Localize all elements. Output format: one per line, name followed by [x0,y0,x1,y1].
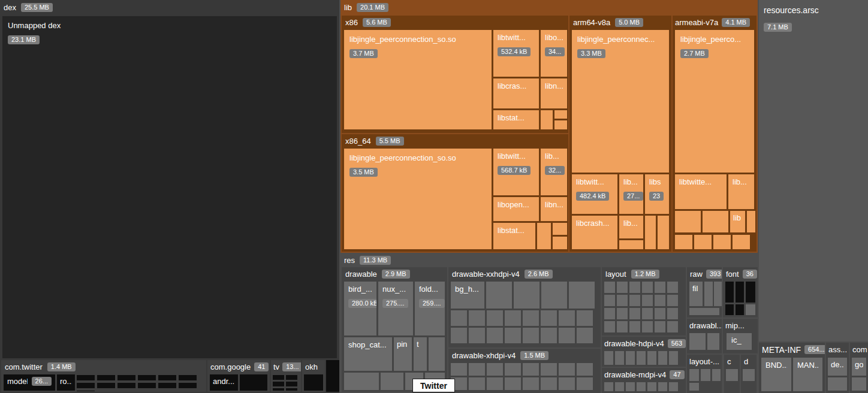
treemap-cell-man[interactable]: MAN... [793,358,822,391]
treemap-cell-unmapped-dex[interactable]: Unmapped dex 23.1 MB [2,16,337,358]
treemap-cell-libn-x86[interactable]: libn... [541,78,567,108]
treemap-cell[interactable] [669,351,678,365]
treemap-cell[interactable] [569,282,595,309]
treemap-cell-libjingle-armeabi[interactable]: libjingle_peerco... 2.7 MB [675,30,754,173]
treemap-cell[interactable] [554,120,567,129]
treemap-cell[interactable] [286,382,297,386]
treemap-cell[interactable] [577,310,593,326]
group-header-drawable-mdpi-v4[interactable]: drawable-mdpi-v4 47 [602,368,686,382]
treemap-cell[interactable] [667,321,678,332]
treemap-cell[interactable] [701,369,710,381]
group-header-drawable-xhdpi-v4[interactable]: drawable-xhdpi-v4 1.5 MB [448,349,601,362]
treemap-cell[interactable] [117,383,135,388]
treemap-cell-libjingle-x86[interactable]: libjingle_peerconnection_so.so 3.7 MB [344,30,492,129]
treemap-cell[interactable] [523,328,539,343]
treemap-cell[interactable] [725,282,734,303]
treemap-cell-libjingle-arm64[interactable]: libjingle_peerconnec... 3.3 MB [572,30,669,173]
treemap-cell[interactable] [559,377,575,390]
treemap-cell-model[interactable]: model 26... [4,374,55,391]
treemap-cell-lib-x86-64[interactable]: lib... 32... [541,149,567,195]
treemap-cell[interactable] [179,383,197,388]
treemap-cell[interactable] [487,310,503,326]
treemap-cell-libo-x86[interactable]: libo... 34... [541,30,567,77]
treemap-cell[interactable] [703,211,728,232]
treemap-cell[interactable] [304,374,323,391]
treemap-cell[interactable] [637,351,646,365]
treemap-cell[interactable] [645,216,656,249]
treemap-cell[interactable] [615,382,624,391]
treemap-cell[interactable] [828,377,847,391]
treemap-cell[interactable] [487,328,503,343]
treemap-cell[interactable] [541,328,557,343]
treemap-cell[interactable] [77,375,95,380]
treemap-cell-resources-arsc[interactable]: resources.arsc 7.1 MB [759,0,868,341]
treemap-cell[interactable] [537,223,551,249]
treemap-cell[interactable] [604,295,615,306]
treemap-cell[interactable] [658,351,667,365]
treemap-cell-andr[interactable]: andr... [210,374,238,391]
group-header-drawable[interactable]: drawable 2.9 MB [342,267,447,281]
group-header-mipmap[interactable]: mip... [723,319,758,332]
treemap-cell[interactable] [77,391,95,391]
treemap-cell[interactable] [505,363,521,376]
treemap-cell[interactable] [344,373,379,390]
group-header-arm64-v8a[interactable]: arm64-v8a 5.0 MB [569,16,671,29]
treemap-cell[interactable] [553,237,567,249]
treemap-cell[interactable] [617,308,628,319]
treemap-cell[interactable] [604,351,613,365]
treemap-cell-libcrash-arm64[interactable]: libcrash... [572,216,617,249]
treemap-cell[interactable] [451,328,467,343]
treemap-cell[interactable] [138,375,156,380]
treemap-cell[interactable] [669,382,678,391]
treemap-cell[interactable] [523,363,539,376]
treemap-cell[interactable] [852,377,866,391]
group-header-res[interactable]: res 11.3 MB [340,254,758,267]
treemap-cell[interactable] [642,321,653,332]
treemap-cell[interactable] [689,308,719,315]
treemap-cell[interactable] [505,310,521,326]
group-header-raw[interactable]: raw 393 [687,267,722,281]
treemap-cell[interactable] [381,373,403,390]
treemap-cell[interactable] [629,321,640,332]
treemap-cell[interactable] [733,235,750,249]
treemap-cell[interactable] [273,388,284,391]
group-header-drawable-xxhdpi-v4[interactable]: drawable-xxhdpi-v4 2.6 MB [448,267,601,281]
treemap-cell[interactable] [655,321,665,332]
treemap-cell[interactable] [675,211,701,232]
treemap-cell[interactable] [541,310,557,326]
treemap-cell-t[interactable]: t [414,337,427,371]
treemap-cell[interactable] [689,333,706,350]
treemap-cell[interactable] [637,382,646,391]
group-header-drawable-hdpi-v4[interactable]: drawable-hdpi-v4 563 [602,337,686,350]
treemap-cell[interactable] [553,223,567,235]
treemap-cell[interactable] [604,382,613,391]
treemap-cell[interactable] [334,360,339,392]
treemap-cell[interactable] [604,308,615,319]
treemap-cell[interactable] [747,211,755,232]
treemap-cell[interactable] [667,282,678,293]
treemap-cell[interactable] [240,374,267,391]
treemap-cell[interactable] [117,375,135,380]
group-header-d[interactable]: d [741,355,757,368]
treemap-cell[interactable] [725,304,734,315]
group-header-drawabl[interactable]: drawabl... [687,319,722,332]
treemap-cell[interactable] [451,363,467,376]
treemap-cell[interactable] [577,363,593,376]
treemap-cell[interactable] [629,308,640,319]
treemap-cell[interactable] [704,282,713,306]
treemap-cell[interactable] [655,295,665,306]
treemap-cell[interactable] [326,360,334,392]
treemap-cell[interactable] [604,321,615,332]
treemap-cell[interactable] [541,282,567,309]
treemap-cell[interactable] [541,377,557,390]
group-header-com[interactable]: com [850,343,868,356]
treemap-cell-ic[interactable]: ic_ [727,333,752,350]
treemap-cell-libjingle-x86-64[interactable]: libjingle_peerconnection_so.so 3.5 MB [344,149,492,249]
group-header-font[interactable]: font 36 [723,267,758,281]
treemap-cell-bird[interactable]: bird_... 280.0 kB [344,282,376,335]
treemap-cell[interactable] [541,363,557,376]
treemap-cell[interactable] [577,328,593,343]
treemap-cell[interactable] [746,304,755,315]
treemap-cell[interactable] [273,382,284,386]
group-header-c[interactable]: c [724,355,740,368]
